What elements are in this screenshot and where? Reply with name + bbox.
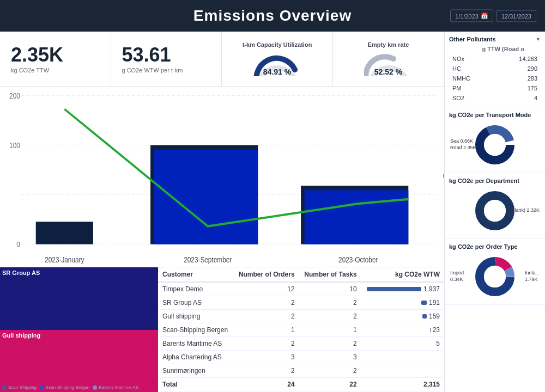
svg-rect-7 — [36, 222, 93, 244]
svg-text:2023-September: 2023-September — [184, 255, 232, 264]
cell-customer: Scan-Shipping Bergen — [158, 323, 233, 337]
table-row: Timpex Demo 12 10 1,937 — [158, 282, 444, 296]
pollutants-header-row: g TTW (Road o — [450, 45, 540, 53]
cell-tasks: 3 — [299, 351, 361, 364]
customer-table-wrap: Customer Number of Orders Number of Task… — [158, 267, 444, 392]
cell-total-orders: 24 — [233, 378, 299, 391]
date-start-input[interactable]: 1/1/2023 📅 — [450, 10, 493, 22]
svg-text:g CO2e WTW per t-km: g CO2e WTW per t-km — [443, 173, 444, 181]
col-orders: Number of Orders — [233, 267, 299, 282]
pollutants-dropdown-arrow[interactable]: ▼ — [536, 36, 541, 42]
pollutant-row: NOx 14,263 — [450, 54, 540, 63]
treemap-cell-sr-group: SR Group AS — [0, 267, 158, 330]
co2-bar — [421, 301, 427, 305]
cell-tasks: 10 — [299, 282, 361, 296]
kpi-co2-ttw-value: 2.35K — [11, 44, 100, 66]
cell-tasks: 2 — [299, 310, 361, 323]
legend-dot-bergen — [40, 385, 44, 390]
cell-tasks: 2 — [299, 296, 361, 310]
cell-co2: 1,937 — [361, 282, 444, 296]
table-row: SR Group AS 2 2 191 — [158, 296, 444, 310]
cell-orders: 2 — [233, 310, 299, 323]
co2-bar — [430, 328, 431, 332]
kpi-co2-ttw: 2.35K kg CO2e TTW — [0, 32, 111, 86]
cell-customer: Sunnmøringen — [158, 364, 233, 378]
page-title: Emissions Overview — [193, 7, 352, 24]
pollutants-section: Other Pollutants ▼ g TTW (Road o NOx 14,… — [445, 32, 545, 107]
chart-area: 200 100 0 2023-January 2023-September 20… — [0, 86, 444, 267]
cell-co2 — [361, 351, 444, 364]
cell-tasks: 2 — [299, 337, 361, 351]
cell-customer: Alpha Chartering AS — [158, 351, 233, 364]
cell-orders: 2 — [233, 337, 299, 351]
cell-total-tasks: 22 — [299, 378, 361, 391]
department-donut: (Blank) 2.32K — [449, 186, 541, 235]
gauge-capacity-chart: 84.91 % — [253, 49, 302, 76]
svg-point-18 — [484, 134, 506, 156]
gauge-empty-chart: 52.52 % — [364, 49, 413, 76]
treemap-legend: Scan-Shipping Scan-Shipping Bergen Baren… — [2, 385, 138, 390]
cell-total-co2: 2,315 — [361, 378, 444, 391]
pollutant-name: SO2 — [450, 94, 479, 102]
dept-blank-label: (Blank) 2.32K — [510, 207, 540, 214]
transport-mode-section: kg CO2e per Transport Mode Sea 0.66KRoad… — [445, 107, 545, 173]
cell-co2: 159 — [361, 310, 444, 323]
gauge-capacity-title: t-km Capacity Utilization — [243, 41, 312, 48]
pollutant-value: 14,263 — [480, 54, 540, 63]
pollutant-row: HC 290 — [450, 64, 540, 73]
table-row: Sunnmøringen 2 2 — [158, 364, 444, 378]
main-content: 2.35K kg CO2e TTW 53.61 g CO2e WTW per t… — [0, 32, 545, 392]
cell-co2: 5 — [361, 337, 444, 351]
svg-point-20 — [484, 200, 506, 222]
pollutant-value: 283 — [480, 74, 540, 83]
legend-scan-shipping-bergen: Scan-Shipping Bergen — [40, 385, 89, 390]
pollutants-title: Other Pollutants — [449, 36, 496, 42]
svg-text:2023-October: 2023-October — [338, 255, 378, 264]
date-start-value: 1/1/2023 — [455, 13, 479, 19]
cell-total-label: Total — [158, 378, 233, 391]
legend-dot-scan — [2, 385, 7, 390]
treemap-cell-gull-shipping: Gull shipping — [0, 330, 158, 393]
col-co2: kg CO2e WTW — [361, 267, 444, 282]
date-end-value: 12/31/2023 — [501, 13, 531, 19]
kpi-co2-wtw-value: 53.61 — [122, 44, 211, 66]
table-row: Gull shipping 2 2 159 — [158, 310, 444, 323]
line-bar-chart: 200 100 0 2023-January 2023-September 20… — [0, 87, 444, 267]
cell-orders: 2 — [233, 364, 299, 378]
pollutant-value: 290 — [480, 64, 540, 73]
department-title: kg CO2e per Department — [449, 177, 541, 184]
kpi-co2-wtw: 53.61 g CO2e WTW per t-km — [111, 32, 222, 86]
transport-mode-donut: Sea 0.66KRoad 2.35K — [449, 120, 541, 169]
treemap: SR Group AS Gull shipping — [0, 267, 158, 392]
cell-orders: 1 — [233, 323, 299, 337]
gauge-empty-pct: 52.52 % — [374, 68, 402, 76]
date-filter-group: 1/1/2023 📅 12/31/2023 — [450, 10, 536, 22]
cell-co2: 191 — [361, 296, 444, 310]
table-header-row: Customer Number of Orders Number of Task… — [158, 267, 444, 282]
legend-barents: Barents Maritime AS — [93, 385, 138, 390]
pollutant-row: NMHC 283 — [450, 74, 540, 83]
transport-sea-label: Sea 0.66KRoad 2.35K — [450, 138, 476, 151]
pollutant-row: PM 175 — [450, 84, 540, 93]
order-type-title: kg CO2e per Order Type — [449, 243, 541, 250]
gauge-capacity: t-km Capacity Utilization 84.91 % — [222, 32, 333, 86]
legend-dot-barents — [93, 385, 97, 390]
cell-tasks: 1 — [299, 323, 361, 337]
transport-donut-svg — [473, 123, 517, 167]
kpi-row: 2.35K kg CO2e TTW 53.61 g CO2e WTW per t… — [0, 32, 444, 86]
svg-text:0: 0 — [16, 240, 20, 249]
cell-customer: SR Group AS — [158, 296, 233, 310]
pollutant-name: HC — [450, 64, 479, 73]
pollutant-name: NOx — [450, 54, 479, 63]
cell-orders: 3 — [233, 351, 299, 364]
pollutants-header: Other Pollutants ▼ — [449, 36, 541, 42]
pollutant-name: PM — [450, 84, 479, 93]
table-row: Alpha Chartering AS 3 3 — [158, 351, 444, 364]
order-type-donut: Import0.34K Innla...1.79K — [449, 252, 541, 301]
co2-bar — [422, 314, 427, 318]
cell-customer: Gull shipping — [158, 310, 233, 323]
co2-bar — [367, 287, 421, 291]
gauge-empty-rate-title: Empty km rate — [368, 41, 409, 48]
date-end-input[interactable]: 12/31/2023 — [496, 10, 536, 22]
order-type-donut-svg — [473, 255, 517, 298]
